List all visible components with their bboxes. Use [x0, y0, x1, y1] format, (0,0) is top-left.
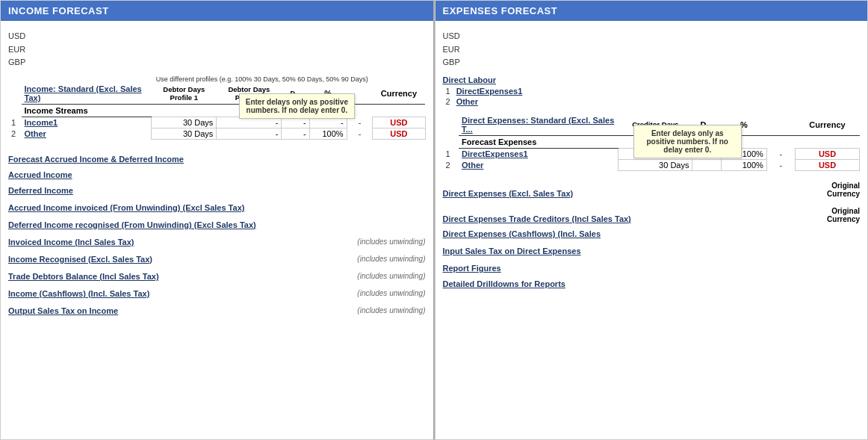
de-row-num-2: 2 — [443, 159, 459, 170]
creditor-days-col: Creditor Days Enter delays only as posit… — [619, 114, 692, 136]
direct-labour-row-2: 2 Other — [443, 96, 861, 107]
direct-labour-link[interactable]: Direct Labour — [443, 75, 497, 84]
currency-eur: EUR — [8, 43, 426, 57]
row-num-1: 1 — [8, 117, 22, 128]
de-dash-col — [766, 114, 795, 136]
income-row-1: 1 Income1 30 Days - - - - USD — [8, 117, 425, 128]
income-cashflows-note: (includes unwinding) — [357, 289, 425, 298]
de-row-2-name: Other — [459, 159, 619, 170]
link-row-income-cashflows: Income (Cashflows) (Incl. Sales Tax) (in… — [8, 283, 426, 300]
income-row-2-days2[interactable]: - — [217, 128, 282, 139]
income-currency-list: USD EUR GBP — [8, 30, 426, 69]
link-row-detailed-drilldowns: Detailed Drilldowns for Reports — [443, 275, 861, 291]
exp-currency-gbp: GBP — [443, 56, 861, 69]
direct-labour-table: 1 DirectExpenses1 2 Other — [443, 86, 861, 107]
currency-gbp: GBP — [8, 56, 426, 69]
detailed-drilldowns-link[interactable]: Detailed Drilldowns for Reports — [443, 279, 565, 288]
direct-expenses-trade-link[interactable]: Direct Expenses Trade Creditors (Incl Sa… — [443, 214, 631, 223]
income-standard-table: Use different profiles (e.g. 100% 30 Day… — [8, 74, 426, 140]
tooltip-popup-right: Enter delays only as positive numbers. I… — [633, 125, 742, 158]
income-row-2-pct[interactable]: 100% — [309, 128, 347, 139]
link-row-invoiced-income: Invoiced Income (Incl Sales Tax) (includ… — [8, 232, 426, 249]
de-row-2: 2 Other 30 Days 100% - USD — [443, 159, 860, 170]
link-row-direct-expenses-cashflows: Direct Expenses (Cashflows) (Incl. Sales — [443, 223, 861, 241]
tooltip-text-left: Enter delays only as positive numbers. I… — [246, 98, 348, 114]
expenses-currency-list: USD EUR GBP — [443, 30, 861, 69]
link-row-output-sales-tax: Output Sales Tax on Income (includes unw… — [8, 300, 426, 317]
income-row-1-name: Income1 — [22, 117, 152, 128]
accrued-invoiced-link[interactable]: Accrued Income invoiced (From Unwinding)… — [8, 203, 244, 212]
income-row-2: 2 Other 30 Days - - 100% - USD — [8, 128, 425, 139]
accrued-income-link[interactable]: Accrued Income — [8, 170, 72, 179]
income-recognised-link[interactable]: Income Recognised (Excl. Sales Tax) — [8, 255, 152, 264]
de-row-1-name: DirectExpenses1 — [459, 148, 619, 159]
expenses-forecast-header: EXPENSES FORECAST — [435, 1, 868, 21]
de-row-2-pct[interactable]: 100% — [721, 159, 766, 170]
income-row-2-currency[interactable]: USD — [373, 128, 425, 139]
direct-labour-section: Direct Labour 1 DirectExpenses1 2 Other — [443, 74, 861, 107]
exp-currency-usd: USD — [443, 30, 861, 43]
de-row-num-1: 1 — [443, 148, 459, 159]
invoiced-income-link[interactable]: Invoiced Income (Incl Sales Tax) — [8, 238, 134, 247]
link-row-deferred-income: Deferred Income — [8, 182, 426, 197]
link-row-trade-debtors: Trade Debtors Balance (Incl Sales Tax) (… — [8, 266, 426, 283]
forecast-expenses-label: Forecast Expenses — [459, 135, 619, 148]
de-row-2-dash: - — [766, 159, 795, 170]
row-num-2: 2 — [8, 128, 22, 139]
link-row-report-figures: Report Figures — [443, 258, 861, 275]
report-figures-link[interactable]: Report Figures — [443, 264, 501, 273]
income-forecast-header: INCOME FORECAST — [1, 1, 433, 21]
input-sales-tax-link[interactable]: Input Sales Tax on Direct Expenses — [443, 247, 581, 255]
income-recognised-note: (includes unwinding) — [357, 255, 425, 264]
currency-usd: USD — [8, 30, 426, 43]
tooltip-popup-left: Enter delays only as positive numbers. I… — [239, 93, 355, 119]
link-row-accrued-invoiced: Accrued Income invoiced (From Unwinding)… — [8, 197, 426, 214]
currency-col-header: Currency — [373, 83, 425, 105]
original-currency-label-2: Original Currency — [827, 207, 860, 223]
income-row-2-name: Other — [22, 128, 152, 139]
expenses-panel-body: USD EUR GBP Direct Labour 1 DirectExpens… — [435, 21, 868, 295]
income-streams-label: Income Streams — [22, 104, 152, 117]
income-row-1-currency[interactable]: USD — [373, 117, 425, 128]
de-row-1-dash: - — [766, 148, 795, 159]
de-row-2-currency[interactable]: USD — [796, 159, 860, 170]
original-currency-label-1: Original Currency — [827, 182, 860, 198]
direct-expenses-cashflows-link[interactable]: Direct Expenses (Cashflows) (Incl. Sales — [443, 229, 601, 238]
deferred-recognised-link[interactable]: Deferred Income recognised (From Unwindi… — [8, 220, 256, 229]
income-standard-link[interactable]: Income: Standard (Excl. Sales Tax) — [25, 84, 142, 102]
use-different-profiles-label: Use different profiles (e.g. 100% 30 Day… — [156, 75, 368, 83]
trade-debtors-link[interactable]: Trade Debtors Balance (Incl Sales Tax) — [8, 272, 159, 281]
direct-labour-row-1: 1 DirectExpenses1 — [443, 86, 861, 96]
direct-expenses-standard-table: Direct Expenses: Standard (Excl. Sales T… — [443, 114, 861, 171]
output-sales-tax-link[interactable]: Output Sales Tax on Income — [8, 306, 118, 315]
output-sales-tax-note: (includes unwinding) — [357, 306, 425, 315]
de-currency-col: Currency — [796, 114, 860, 136]
direct-expenses-standard-link[interactable]: Direct Expenses: Standard (Excl. Sales T… — [462, 116, 614, 134]
debtor-days-p1-header: Debtor Days Profile 1 — [152, 83, 217, 105]
invoiced-income-note: (includes unwinding) — [357, 238, 425, 247]
income-row-1-days1[interactable]: 30 Days — [152, 117, 217, 128]
de-row-2-days[interactable]: 30 Days — [619, 159, 692, 170]
de-row-1-currency[interactable]: USD — [796, 148, 860, 159]
link-row-input-sales-tax: Input Sales Tax on Direct Expenses — [443, 241, 861, 258]
income-forecast-panel: INCOME FORECAST USD EUR GBP — [0, 0, 435, 440]
income-row-2-days1[interactable]: 30 Days — [152, 128, 217, 139]
dl-row-num-1: 1 — [443, 86, 453, 96]
dl-row-1-name: DirectExpenses1 — [453, 86, 860, 96]
de-row-2-d[interactable] — [692, 159, 721, 170]
link-row-forecast-accrued: Forecast Accrued Income & Deferred Incom… — [8, 149, 426, 166]
expenses-links-section: Direct Expenses (Excl. Sales Tax) Origin… — [443, 176, 861, 291]
expenses-forecast-panel: EXPENSES FORECAST USD EUR GBP Direct Lab… — [435, 0, 869, 440]
forecast-accrued-link[interactable]: Forecast Accrued Income & Deferred Incom… — [8, 155, 184, 164]
dl-row-2-name: Other — [453, 96, 860, 107]
exp-currency-eur: EUR — [443, 43, 861, 57]
income-cashflows-link[interactable]: Income (Cashflows) (Incl. Sales Tax) — [8, 289, 149, 298]
direct-expenses-excl-link[interactable]: Direct Expenses (Excl. Sales Tax) — [443, 189, 574, 198]
direct-expenses-standard-section: Direct Expenses: Standard (Excl. Sales T… — [443, 114, 861, 171]
link-row-deferred-recognised: Deferred Income recognised (From Unwindi… — [8, 214, 426, 232]
income-standard-col-header: Income: Standard (Excl. Sales Tax) — [22, 83, 152, 105]
link-row-direct-expenses-excl: Direct Expenses (Excl. Sales Tax) Origin… — [443, 176, 861, 198]
link-row-accrued-income: Accrued Income — [8, 166, 426, 182]
deferred-income-link[interactable]: Deferred Income — [8, 186, 73, 195]
income-row-2-days3[interactable]: - — [282, 128, 309, 139]
